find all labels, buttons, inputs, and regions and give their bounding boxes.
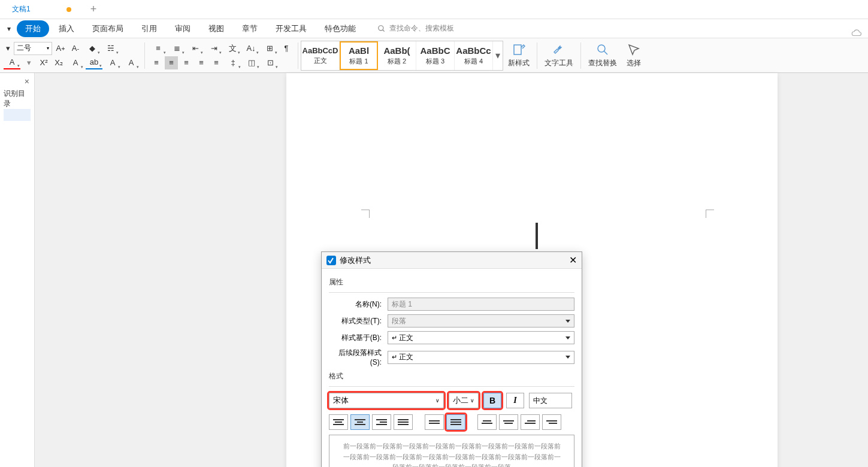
menu-tab-chapter[interactable]: 章节	[234, 20, 266, 37]
style-heading3[interactable]: AaBbC 标题 3	[416, 41, 455, 70]
tabs-icon[interactable]: ⊞	[261, 42, 278, 55]
search-icon	[377, 25, 386, 33]
cursor-icon	[627, 43, 641, 57]
dialog-align-center[interactable]	[350, 414, 370, 430]
menu-tab-ref[interactable]: 引用	[133, 20, 165, 37]
label-name: 名称(N):	[329, 299, 388, 310]
shading-icon[interactable]: ◫	[243, 56, 260, 69]
spacing-2[interactable]	[446, 414, 465, 430]
text-tools-button[interactable]: 文字工具	[540, 43, 578, 68]
language-select[interactable]: 中文	[529, 393, 572, 408]
increase-font-icon[interactable]: A+	[54, 42, 67, 55]
type-select[interactable]: 段落	[388, 314, 574, 327]
find-replace-button[interactable]: 查找替换	[583, 43, 622, 68]
indent-before-inc[interactable]	[477, 414, 497, 430]
indent-before-dec[interactable]	[499, 414, 518, 430]
search-placeholder: 查找命令、搜索模板	[389, 23, 454, 34]
numbering-icon[interactable]: ≣	[168, 42, 185, 55]
margin-marker-tl	[361, 210, 370, 218]
borders-icon[interactable]: ⊡	[262, 56, 279, 69]
menu-tab-start[interactable]: 开始	[17, 20, 49, 37]
font-size-dialog-select[interactable]: 小二∨	[449, 393, 479, 408]
file-menu[interactable]: ▾	[2, 22, 16, 35]
phonetic-icon[interactable]: 文	[224, 42, 241, 55]
format-painter-icon[interactable]: ☵	[102, 42, 119, 55]
based-on-select[interactable]: ↵ 正文	[388, 331, 574, 344]
align-right-icon[interactable]: ≡	[180, 56, 193, 69]
font-size-select[interactable]: 二号▾	[14, 42, 52, 55]
italic-button[interactable]: I	[506, 393, 524, 408]
sidebar-close-icon[interactable]: ×	[25, 77, 29, 86]
menu-tab-view[interactable]: 视图	[200, 20, 232, 37]
wrench-icon	[552, 43, 566, 57]
style-heading2[interactable]: AaBb( 标题 2	[378, 41, 416, 70]
dialog-title-text: 修改样式	[340, 255, 371, 266]
char-shading-icon[interactable]: A	[123, 56, 140, 69]
spacing-1[interactable]	[425, 414, 444, 430]
indent-after-inc[interactable]	[521, 414, 540, 430]
align-left-icon[interactable]: ≡	[150, 56, 163, 69]
decrease-font-icon[interactable]: A-	[69, 42, 82, 55]
menu-tab-dev[interactable]: 开发工具	[267, 20, 315, 37]
justify-icon[interactable]: ≡	[195, 56, 208, 69]
next-style-select[interactable]: ↵ 正文	[388, 351, 574, 364]
align-center-icon[interactable]: ≡	[165, 56, 178, 69]
menu-tab-insert[interactable]: 插入	[50, 20, 83, 37]
menu-tab-special[interactable]: 特色功能	[316, 20, 364, 37]
name-input[interactable]: 标题 1	[388, 298, 574, 311]
bold-button[interactable]: B	[483, 393, 501, 408]
sidebar-outline-title: 识别目录	[4, 89, 31, 109]
dialog-align-right[interactable]	[372, 414, 391, 430]
command-search[interactable]: 查找命令、搜索模板	[377, 23, 454, 34]
bold-icon[interactable]: ▾	[22, 56, 35, 69]
text-cursor	[536, 223, 538, 249]
margin-marker-tr	[706, 210, 714, 218]
cloud-icon[interactable]	[851, 29, 862, 37]
sort-icon[interactable]: A↓	[243, 42, 259, 55]
new-style-icon	[512, 43, 526, 57]
font-family-dropdown[interactable]: ▾	[4, 42, 12, 55]
superscript-icon[interactable]: X²	[37, 56, 50, 69]
decrease-indent-icon[interactable]: ⇤	[187, 42, 204, 55]
clear-format-icon[interactable]: ◆	[84, 42, 101, 55]
style-normal[interactable]: AaBbCcD 正文	[301, 41, 340, 70]
distribute-icon[interactable]: ≡	[210, 56, 223, 69]
font-family-select[interactable]: 宋体∨	[329, 393, 444, 408]
unsaved-indicator-icon	[66, 7, 71, 12]
line-spacing-icon[interactable]: ‡	[225, 56, 241, 69]
increase-indent-icon[interactable]: ⇥	[205, 42, 222, 55]
style-heading4[interactable]: AaBbCc 标题 4	[455, 41, 493, 70]
menu-tab-layout[interactable]: 页面布局	[84, 20, 132, 37]
change-case-icon[interactable]: A	[67, 56, 84, 69]
dialog-align-left[interactable]	[329, 414, 348, 430]
svg-line-3	[604, 51, 607, 54]
svg-point-0	[379, 25, 383, 30]
indent-after-dec[interactable]	[542, 414, 561, 430]
select-button[interactable]: 选择	[622, 43, 646, 68]
show-marks-icon[interactable]: ¶	[280, 42, 293, 55]
section-format: 格式	[329, 371, 574, 381]
text-fill-icon[interactable]: A	[104, 56, 121, 69]
menu-tab-review[interactable]: 审阅	[167, 20, 199, 37]
gallery-more-icon[interactable]: ▾	[493, 41, 503, 70]
new-style-button[interactable]: 新样式	[503, 43, 534, 68]
subscript-icon[interactable]: X₂	[52, 56, 65, 69]
style-preview: 前一段落前一段落前一段落前一段落前一段落前一段落前一段落前一段落前一段落前一段落…	[329, 435, 574, 467]
style-heading1[interactable]: AaBl 标题 1	[340, 41, 378, 70]
dialog-justify[interactable]	[394, 414, 413, 430]
label-next: 后续段落样式(S):	[329, 348, 388, 366]
font-color-icon[interactable]: A	[4, 56, 20, 69]
document-tab[interactable]: 文稿1	[2, 1, 81, 18]
section-properties: 属性	[329, 277, 574, 287]
app-icon	[326, 256, 336, 265]
dialog-close-button[interactable]: ✕	[569, 254, 577, 266]
label-type: 样式类型(T):	[329, 316, 388, 326]
styles-gallery[interactable]: AaBbCcD 正文 AaBl 标题 1 AaBb( 标题 2 AaBbC 标题…	[301, 41, 503, 71]
doc-tab-title: 文稿1	[12, 4, 31, 14]
add-tab-button[interactable]: +	[90, 3, 97, 16]
modify-style-dialog: 修改样式 ✕ 属性 名称(N): 标题 1 样式类型(T): 段落 样式基于(B…	[321, 251, 582, 467]
highlight-icon[interactable]: ab	[86, 56, 102, 69]
outline-empty-item[interactable]	[4, 109, 31, 121]
svg-line-1	[383, 29, 385, 31]
bullets-icon[interactable]: ≡	[150, 42, 167, 55]
